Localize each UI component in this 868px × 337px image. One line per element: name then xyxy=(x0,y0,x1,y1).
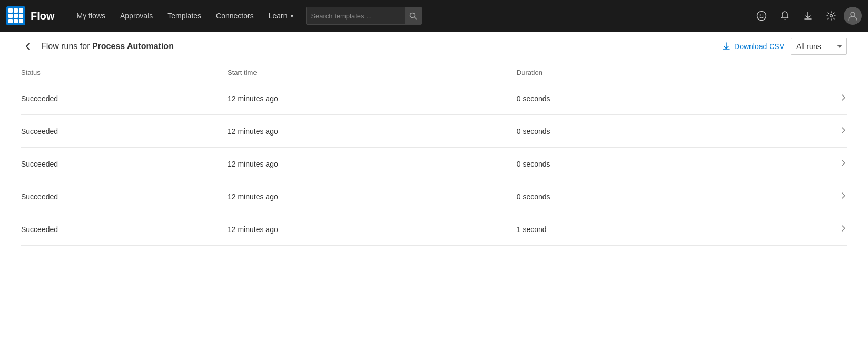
cell-action[interactable] xyxy=(764,115,847,148)
flow-name: Process Automation xyxy=(92,42,174,51)
svg-point-6 xyxy=(851,12,855,16)
cell-duration: 0 seconds xyxy=(517,115,764,148)
waffle-dot xyxy=(14,14,18,18)
cell-starttime: 12 minutes ago xyxy=(228,213,517,246)
table-row[interactable]: Succeeded12 minutes ago0 seconds xyxy=(21,115,847,148)
subheader-title: Flow runs for Process Automation xyxy=(41,42,174,51)
cell-status: Succeeded xyxy=(21,180,228,213)
download-csv-label: Download CSV xyxy=(734,42,784,51)
cell-action[interactable] xyxy=(764,213,847,246)
svg-point-5 xyxy=(830,15,833,17)
chevron-right-icon xyxy=(840,159,847,167)
table-row[interactable]: Succeeded12 minutes ago0 seconds xyxy=(21,180,847,213)
nav-connectors[interactable]: Connectors xyxy=(209,0,261,32)
search-container xyxy=(306,7,422,25)
cell-starttime: 12 minutes ago xyxy=(228,180,517,213)
download-button[interactable] xyxy=(797,5,818,26)
waffle-icon[interactable] xyxy=(6,6,25,25)
app-title: Flow xyxy=(31,10,55,22)
waffle-dot xyxy=(14,19,18,23)
runs-table: Status Start time Duration Succeeded12 m… xyxy=(21,61,847,246)
col-header-status: Status xyxy=(21,61,228,82)
waffle-dot xyxy=(19,14,23,18)
table-header: Status Start time Duration xyxy=(21,61,847,82)
back-arrow-icon xyxy=(24,42,33,51)
chevron-down-icon: ▼ xyxy=(289,13,294,19)
cell-action[interactable] xyxy=(764,82,847,115)
table-header-row: Status Start time Duration xyxy=(21,61,847,82)
download-csv-icon xyxy=(722,42,731,51)
cell-action[interactable] xyxy=(764,148,847,180)
waffle-dot xyxy=(8,8,13,13)
filter-select[interactable]: All runs Succeeded Failed Running Cancel… xyxy=(791,38,847,55)
waffle-dot xyxy=(8,19,13,23)
cell-duration: 0 seconds xyxy=(517,148,764,180)
gear-icon xyxy=(826,11,836,21)
table-body: Succeeded12 minutes ago0 secondsSucceede… xyxy=(21,82,847,246)
subheader: Flow runs for Process Automation Downloa… xyxy=(0,32,868,61)
nav-templates[interactable]: Templates xyxy=(160,0,209,32)
waffle-dot xyxy=(14,8,18,13)
main-content: Status Start time Duration Succeeded12 m… xyxy=(0,61,868,337)
subheader-title-prefix: Flow runs for xyxy=(41,42,92,51)
download-csv-button[interactable]: Download CSV xyxy=(722,42,784,51)
chevron-right-icon xyxy=(840,192,847,199)
cell-duration: 1 second xyxy=(517,213,764,246)
avatar[interactable] xyxy=(844,7,862,25)
notification-button[interactable] xyxy=(774,5,795,26)
waffle-dot xyxy=(19,8,23,13)
topnav-left: Flow My flows Approvals Templates Connec… xyxy=(6,0,422,32)
cell-status: Succeeded xyxy=(21,115,228,148)
cell-starttime: 12 minutes ago xyxy=(228,82,517,115)
cell-action[interactable] xyxy=(764,180,847,213)
subheader-right: Download CSV All runs Succeeded Failed R… xyxy=(722,38,847,55)
col-header-action xyxy=(764,61,847,82)
waffle-dot xyxy=(8,14,13,18)
col-header-duration: Duration xyxy=(517,61,764,82)
table-row[interactable]: Succeeded12 minutes ago1 second xyxy=(21,213,847,246)
back-button[interactable] xyxy=(21,39,36,54)
svg-point-3 xyxy=(760,15,761,16)
cell-starttime: 12 minutes ago xyxy=(228,148,517,180)
chevron-right-icon xyxy=(840,127,847,134)
subheader-left: Flow runs for Process Automation xyxy=(21,39,174,54)
waffle-dot xyxy=(19,19,23,23)
smiley-icon xyxy=(756,11,767,21)
search-button[interactable] xyxy=(405,7,421,25)
cell-status: Succeeded xyxy=(21,213,228,246)
svg-point-4 xyxy=(763,15,764,16)
nav-links: My flows Approvals Templates Connectors … xyxy=(70,0,302,32)
search-input[interactable] xyxy=(311,12,402,20)
svg-point-2 xyxy=(757,12,766,21)
nav-learn[interactable]: Learn ▼ xyxy=(261,0,302,32)
table-row[interactable]: Succeeded12 minutes ago0 seconds xyxy=(21,82,847,115)
svg-line-1 xyxy=(415,17,417,20)
cell-status: Succeeded xyxy=(21,82,228,115)
cell-starttime: 12 minutes ago xyxy=(228,115,517,148)
nav-my-flows[interactable]: My flows xyxy=(70,0,113,32)
col-header-starttime: Start time xyxy=(228,61,517,82)
cell-status: Succeeded xyxy=(21,148,228,180)
cell-duration: 0 seconds xyxy=(517,180,764,213)
download-icon xyxy=(803,11,813,21)
chevron-right-icon xyxy=(840,94,847,101)
search-icon xyxy=(409,12,417,20)
chevron-right-icon xyxy=(840,225,847,232)
table-row[interactable]: Succeeded12 minutes ago0 seconds xyxy=(21,148,847,180)
waffle-grid xyxy=(8,8,23,23)
user-icon xyxy=(847,11,858,21)
nav-approvals[interactable]: Approvals xyxy=(113,0,160,32)
topnav: Flow My flows Approvals Templates Connec… xyxy=(0,0,868,32)
cell-duration: 0 seconds xyxy=(517,82,764,115)
topnav-right xyxy=(751,5,862,26)
emoji-button[interactable] xyxy=(751,5,772,26)
settings-button[interactable] xyxy=(821,5,842,26)
bell-icon xyxy=(780,11,790,21)
filter-container: All runs Succeeded Failed Running Cancel… xyxy=(791,38,847,55)
